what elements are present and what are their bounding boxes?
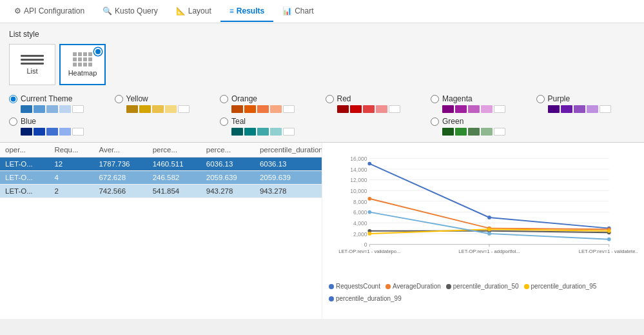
color-label-purple[interactable]: Purple — [536, 94, 636, 103]
list-style-option[interactable]: List — [9, 44, 55, 85]
color-theme-name-blue: Blue — [21, 117, 36, 126]
table-row[interactable]: LET-O...121787.7361460.5116036.136036.13 — [0, 157, 322, 171]
swatch — [244, 105, 256, 113]
tab-kusto-query[interactable]: 🔍 Kusto Query — [93, 1, 167, 22]
color-option-purple[interactable]: Purple — [536, 94, 636, 113]
svg-text:8,000: 8,000 — [353, 199, 367, 205]
color-theme-name-green: Green — [442, 117, 463, 126]
list-icon — [21, 55, 44, 65]
list-style-options: List Heatmap — [9, 44, 635, 85]
color-label-red[interactable]: Red — [326, 94, 425, 103]
table-header-cell: oper... — [0, 143, 49, 157]
table-cell: 672.628 — [93, 171, 147, 185]
legend-item-requests: RequestsCount — [329, 283, 380, 290]
color-theme-name-yellow: Yellow — [126, 94, 148, 103]
swatch — [442, 128, 454, 136]
tab-results-label: Results — [237, 6, 264, 15]
table-header-cell: perce... — [201, 143, 255, 157]
heatmap-label: Heatmap — [68, 69, 97, 77]
table-cell: LET-O... — [0, 157, 49, 171]
svg-text:12,000: 12,000 — [350, 177, 367, 183]
legend-item-p99: percentile_duration_99 — [329, 295, 402, 302]
swatch — [270, 105, 282, 113]
svg-point-28 — [367, 197, 371, 201]
color-label-orange[interactable]: Orange — [220, 94, 319, 103]
color-swatches-yellow — [126, 105, 214, 113]
legend-dot — [446, 284, 451, 289]
swatch — [257, 105, 269, 113]
color-label-green[interactable]: Green — [431, 117, 635, 126]
tab-api-config-label: API Configuration — [24, 6, 84, 15]
tab-chart[interactable]: 📊 Chart — [273, 1, 322, 22]
color-themes-row1: Current ThemeYellowOrangeRedMagentaPurpl… — [9, 94, 635, 113]
legend-label: AverageDuration — [393, 283, 441, 290]
table-cell: 943.278 — [255, 185, 322, 198]
svg-text:4,000: 4,000 — [353, 220, 367, 227]
table-cell: 742.566 — [93, 185, 147, 198]
tab-api-config[interactable]: ⚙ API Configuration — [5, 1, 93, 22]
color-swatches-purple — [548, 105, 636, 113]
swatch — [481, 105, 493, 113]
svg-point-38 — [487, 232, 491, 236]
swatch — [34, 128, 45, 136]
svg-text:16,000: 16,000 — [350, 156, 367, 162]
svg-point-34 — [367, 232, 371, 236]
color-label-yellow[interactable]: Yellow — [115, 94, 214, 103]
swatch — [455, 105, 467, 113]
results-table-area[interactable]: oper...Requ...Aver...perce...perce...per… — [0, 143, 322, 319]
color-label-magenta[interactable]: Magenta — [431, 94, 530, 103]
heatmap-style-option[interactable]: Heatmap — [59, 44, 106, 85]
color-label-teal[interactable]: Teal — [220, 117, 424, 126]
table-cell: 246.582 — [148, 171, 201, 185]
swatch — [494, 128, 505, 136]
color-option-magenta[interactable]: Magenta — [431, 94, 530, 113]
color-label-blue[interactable]: Blue — [9, 117, 213, 126]
table-cell: 6036.13 — [255, 157, 322, 171]
tab-results[interactable]: ≡ Results — [220, 1, 273, 22]
nav-tabs: ⚙ API Configuration 🔍 Kusto Query 📐 Layo… — [0, 0, 644, 23]
table-row[interactable]: LET-O...4672.628246.5822059.6392059.639 — [0, 171, 322, 185]
swatch — [587, 105, 598, 113]
swatch — [442, 105, 454, 113]
svg-point-25 — [367, 162, 371, 166]
color-option-red[interactable]: Red — [326, 94, 425, 113]
swatch — [283, 128, 295, 136]
swatch — [363, 105, 375, 113]
swatch — [350, 105, 362, 113]
color-label-current[interactable]: Current Theme — [9, 94, 108, 103]
color-option-yellow[interactable]: Yellow — [115, 94, 214, 113]
swatch — [59, 128, 71, 136]
svg-text:0: 0 — [364, 241, 367, 248]
list-style-title: List style — [9, 30, 635, 39]
color-swatches-current — [21, 105, 108, 113]
color-theme-name-teal: Teal — [231, 117, 246, 126]
color-theme-name-orange: Orange — [231, 94, 257, 103]
color-swatches-magenta — [442, 105, 530, 113]
svg-point-35 — [487, 227, 491, 231]
tab-chart-label: Chart — [295, 6, 313, 15]
color-option-teal[interactable]: Teal — [220, 117, 424, 136]
color-swatches-green — [442, 128, 635, 136]
color-option-blue[interactable]: Blue — [9, 117, 213, 136]
swatch — [126, 105, 138, 113]
table-cell: LET-O... — [0, 185, 49, 198]
color-swatches-red — [337, 105, 425, 113]
color-swatches-blue — [21, 128, 213, 136]
color-option-current[interactable]: Current Theme — [9, 94, 108, 113]
swatch — [468, 128, 480, 136]
swatch — [494, 105, 505, 113]
swatch — [46, 105, 58, 113]
svg-point-37 — [367, 210, 371, 214]
color-option-green[interactable]: Green — [431, 117, 635, 136]
svg-text:LET-OP:rev=1 - validatete...: LET-OP:rev=1 - validatete... — [579, 249, 638, 254]
table-header-cell: percentile_duration_99 — [255, 143, 322, 157]
tab-layout[interactable]: 📐 Layout — [167, 1, 220, 22]
swatch — [231, 128, 243, 136]
results-table: oper...Requ...Aver...perce...perce...per… — [0, 143, 322, 198]
color-option-orange[interactable]: Orange — [220, 94, 319, 113]
heatmap-icon — [73, 52, 92, 66]
table-cell: LET-O... — [0, 171, 49, 185]
color-theme-name-purple: Purple — [548, 94, 571, 103]
line-chart: 02,0004,0006,0008,00010,00012,00014,0001… — [329, 149, 638, 278]
table-row[interactable]: LET-O...2742.566541.854943.278943.278 — [0, 185, 322, 198]
